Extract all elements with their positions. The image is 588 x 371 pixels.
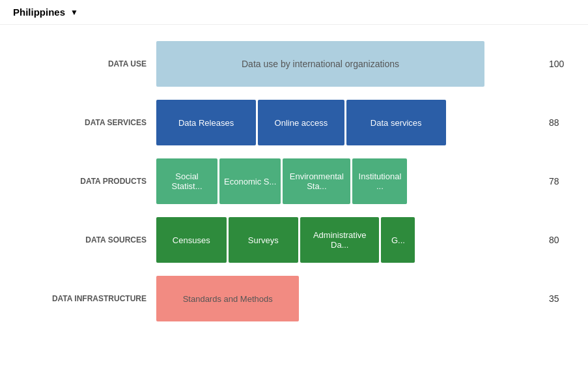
bar-area-data-infrastructure: Standards and Methods	[156, 276, 542, 321]
segment-data-products-3: Institutional ...	[352, 158, 407, 204]
chevron-down-icon: ▼	[70, 8, 78, 17]
country-selector[interactable]: Philippines ▼	[13, 7, 78, 18]
score-data-infrastructure: 35	[542, 293, 575, 304]
label-data-products: DATA PRODUCTS	[13, 177, 156, 186]
label-data-use: DATA USE	[13, 59, 156, 68]
segment-data-products-2: Environmental Sta...	[283, 158, 350, 204]
segment-data-sources-1: Surveys	[229, 217, 299, 263]
chart-container: DATA USEData use by international organi…	[0, 25, 588, 338]
row-data-infrastructure: DATA INFRASTRUCTUREStandards and Methods…	[13, 273, 575, 325]
segment-data-services-1: Online access	[258, 100, 344, 145]
score-data-services: 88	[542, 117, 575, 128]
label-data-infrastructure: DATA INFRASTRUCTURE	[13, 294, 156, 303]
segment-data-products-0: Social Statist...	[156, 158, 217, 204]
row-data-products: DATA PRODUCTSSocial Statist...Economic S…	[13, 155, 575, 207]
segment-data-services-2: Data services	[346, 100, 446, 145]
segment-data-sources-2: Administrative Da...	[300, 217, 379, 263]
segment-data-sources-0: Censuses	[156, 217, 227, 263]
bar-area-data-sources: CensusesSurveysAdministrative Da...G...	[156, 217, 542, 263]
row-data-use: DATA USEData use by international organi…	[13, 38, 575, 90]
bar-area-data-products: Social Statist...Economic S...Environmen…	[156, 158, 542, 204]
segment-data-services-0: Data Releases	[156, 100, 256, 145]
bar-area-data-use: Data use by international organizations	[156, 41, 542, 87]
segment-data-infrastructure-0: Standards and Methods	[156, 276, 299, 321]
score-data-products: 78	[542, 176, 575, 186]
label-data-services: DATA SERVICES	[13, 118, 156, 127]
score-data-use: 100	[542, 59, 575, 69]
country-name: Philippines	[13, 7, 65, 18]
segment-data-sources-3: G...	[381, 217, 415, 263]
score-data-sources: 80	[542, 235, 575, 245]
segment-data-products-1: Economic S...	[219, 158, 281, 204]
label-data-sources: DATA SOURCES	[13, 235, 156, 245]
row-data-sources: DATA SOURCESCensusesSurveysAdministrativ…	[13, 214, 575, 266]
row-data-services: DATA SERVICESData ReleasesOnline accessD…	[13, 96, 575, 149]
segment-data-use-0: Data use by international organizations	[156, 41, 484, 87]
header: Philippines ▼	[0, 0, 588, 25]
bar-area-data-services: Data ReleasesOnline accessData services	[156, 100, 542, 145]
